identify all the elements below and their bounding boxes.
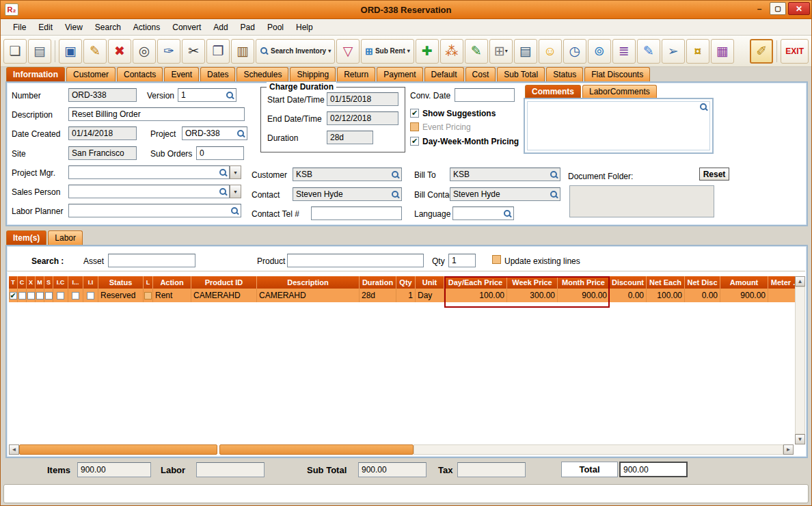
project-search-icon[interactable] [236, 129, 245, 138]
copy-button[interactable]: ❐ [206, 39, 230, 64]
table-row[interactable]: ✔ Reserved Rent CAMERAHD CAMERAHD 28d 1 … [9, 289, 798, 302]
menu-pool[interactable]: Pool [262, 21, 289, 34]
maximize-button[interactable]: ▢ [770, 2, 786, 15]
column-header-amount[interactable]: Amount [720, 276, 768, 289]
sub-rent-button[interactable]: ⊞ Sub Rent ▾ [361, 39, 414, 64]
memo-button[interactable]: ✎ [465, 39, 488, 64]
scroll-down-button[interactable]: ▼ [795, 434, 805, 444]
column-header[interactable]: I.C [53, 276, 68, 289]
labor-planner-field[interactable] [70, 206, 230, 215]
edit-document-button[interactable]: ✑ [157, 39, 180, 64]
column-header[interactable]: I... [68, 276, 83, 289]
menu-actions[interactable]: Actions [128, 21, 165, 34]
scrollbar-thumb[interactable] [219, 444, 414, 455]
disc-button[interactable]: ⊚ [588, 39, 611, 64]
comments-textarea[interactable] [527, 101, 710, 150]
save-button[interactable]: ▣ [59, 39, 82, 64]
version-field[interactable] [180, 90, 225, 100]
row-m-checkbox[interactable] [36, 292, 44, 299]
column-header-week-price[interactable]: Week Price [507, 276, 558, 289]
date-created-field[interactable] [70, 129, 135, 138]
edit-button[interactable]: ✎ [83, 39, 107, 64]
menu-file[interactable]: File [8, 21, 31, 34]
find-button[interactable]: ◎ [133, 39, 156, 64]
sales-person-dropdown-button[interactable]: ▼ [230, 185, 241, 198]
scroll-right-button[interactable]: ► [783, 444, 794, 455]
bill-to-field[interactable] [452, 170, 549, 179]
labor-planner-search-icon[interactable] [230, 207, 239, 215]
column-header[interactable]: I.I [83, 276, 98, 289]
conv-date-field[interactable] [457, 90, 513, 100]
duration-field[interactable] [329, 133, 371, 142]
column-header-meter[interactable]: Meter . [768, 276, 798, 289]
asset-search-input[interactable] [110, 256, 193, 265]
bill-contact-search-icon[interactable] [550, 190, 558, 199]
column-header-unit[interactable]: Unit [416, 276, 444, 289]
blocks-button[interactable]: ▦ [711, 39, 734, 64]
document-folder-box[interactable] [569, 185, 714, 217]
print-button[interactable]: ▤ [28, 39, 51, 64]
close-button[interactable]: ✕ [788, 2, 810, 15]
comments-search-icon[interactable] [699, 103, 708, 111]
exit-button[interactable]: EXIT [781, 39, 809, 64]
delete-button[interactable]: ✖ [108, 39, 131, 64]
bill-contact-field[interactable] [452, 189, 549, 199]
row-c-checkbox[interactable] [18, 292, 26, 299]
column-header[interactable]: M [36, 276, 44, 289]
tab-default[interactable]: Default [424, 67, 464, 81]
tab-customer[interactable]: Customer [66, 67, 116, 81]
paste-button[interactable]: ▥ [231, 39, 254, 64]
menu-add[interactable]: Add [208, 21, 233, 34]
column-header[interactable]: X [27, 276, 36, 289]
print-preview-button[interactable]: ▤ [514, 39, 537, 64]
scroll-up-button[interactable]: ▲ [795, 276, 805, 287]
new-document-button[interactable]: ❏ [3, 39, 27, 64]
number-field[interactable] [70, 90, 135, 100]
product-search-input[interactable] [289, 256, 422, 265]
project-mgr-field[interactable] [70, 168, 218, 177]
column-header[interactable]: S [44, 276, 53, 289]
site-field[interactable] [70, 148, 135, 158]
wand-button[interactable]: ✐ [750, 39, 773, 64]
tab-cost[interactable]: Cost [465, 67, 496, 81]
project-mgr-dropdown-button[interactable]: ▼ [230, 165, 241, 179]
column-header[interactable]: T [9, 276, 18, 289]
tab-sub-total[interactable]: Sub Total [497, 67, 545, 81]
project-field[interactable] [184, 129, 236, 138]
row-ii-checkbox[interactable] [87, 292, 94, 299]
tab-comments[interactable]: Comments [525, 85, 581, 98]
key-button[interactable]: ➢ [662, 39, 685, 64]
row-i2-checkbox[interactable] [72, 292, 79, 299]
tab-shipping[interactable]: Shipping [290, 67, 336, 81]
add-button[interactable]: ✚ [416, 39, 439, 64]
column-header-description[interactable]: Description [257, 276, 360, 289]
scroll-left-button[interactable]: ◄ [9, 444, 19, 455]
pad-button[interactable]: ⊞ ▾ [489, 39, 513, 64]
minimize-button[interactable]: – [751, 2, 768, 15]
contact-field[interactable] [295, 189, 390, 199]
row-x-checkbox[interactable] [27, 292, 35, 299]
column-header-action[interactable]: Action [153, 276, 191, 289]
column-header-qty[interactable]: Qty [396, 276, 416, 289]
row-ic-checkbox[interactable] [57, 292, 64, 299]
contact-search-icon[interactable] [391, 190, 400, 199]
column-header-month-price[interactable]: Month Price [558, 276, 610, 289]
event-pricing-checkbox[interactable] [410, 122, 419, 131]
tab-items[interactable]: Item(s) [6, 230, 46, 245]
scrollbar-thumb[interactable] [19, 444, 217, 455]
group-button[interactable]: ⁂ [440, 39, 463, 64]
menu-search[interactable]: Search [90, 21, 126, 34]
sales-person-search-icon[interactable] [219, 187, 228, 196]
column-header[interactable]: C [18, 276, 27, 289]
tab-payment[interactable]: Payment [377, 67, 422, 81]
coins-button[interactable]: ¤ [686, 39, 709, 64]
day-week-month-checkbox[interactable]: ✔ [410, 137, 419, 146]
tab-event[interactable]: Event [164, 67, 199, 81]
tab-schedules[interactable]: Schedules [236, 67, 288, 81]
column-header-product-id[interactable]: Product ID [191, 276, 257, 289]
row-select-checkbox[interactable]: ✔ [10, 292, 17, 299]
language-search-icon[interactable] [503, 209, 512, 218]
funnel-button[interactable]: ▽ [336, 39, 360, 64]
tab-labor-comments[interactable]: LaborComments [582, 85, 657, 98]
row-l-checkbox[interactable] [144, 292, 152, 299]
